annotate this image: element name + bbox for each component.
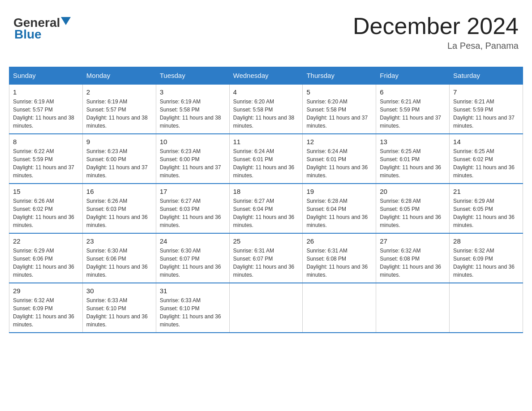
calendar-cell: 14 Sunrise: 6:25 AMSunset: 6:02 PMDaylig… <box>450 134 523 184</box>
day-number: 24 <box>160 237 226 245</box>
logo: General Blue <box>13 13 71 42</box>
day-number: 25 <box>233 237 299 245</box>
calendar-cell: 10 Sunrise: 6:23 AMSunset: 6:00 PMDaylig… <box>156 134 229 184</box>
month-title: December 2024 <box>353 13 519 39</box>
day-number: 16 <box>86 188 152 195</box>
day-number: 13 <box>380 138 446 146</box>
day-number: 19 <box>306 188 372 195</box>
day-number: 7 <box>453 88 519 96</box>
svg-marker-0 <box>61 17 71 25</box>
day-info: Sunrise: 6:21 AMSunset: 5:59 PMDaylight:… <box>380 98 441 129</box>
day-info: Sunrise: 6:25 AMSunset: 6:01 PMDaylight:… <box>380 148 441 179</box>
calendar-cell: 25 Sunrise: 6:31 AMSunset: 6:07 PMDaylig… <box>229 233 303 283</box>
week-row-1: 1 Sunrise: 6:19 AMSunset: 5:57 PMDayligh… <box>9 84 523 134</box>
calendar-cell: 3 Sunrise: 6:19 AMSunset: 5:58 PMDayligh… <box>156 84 229 134</box>
day-number: 11 <box>233 138 299 146</box>
day-number: 9 <box>86 138 152 146</box>
day-info: Sunrise: 6:26 AMSunset: 6:03 PMDaylight:… <box>86 198 148 228</box>
page-header: General Blue December 2024 La Pesa, Pana… <box>9 9 523 58</box>
calendar-cell: 23 Sunrise: 6:30 AMSunset: 6:06 PMDaylig… <box>82 233 156 283</box>
calendar-cell: 19 Sunrise: 6:28 AMSunset: 6:04 PMDaylig… <box>303 184 376 233</box>
col-friday: Friday <box>376 67 450 85</box>
calendar-cell: 26 Sunrise: 6:31 AMSunset: 6:08 PMDaylig… <box>303 233 376 283</box>
day-number: 27 <box>380 237 446 245</box>
calendar-cell: 4 Sunrise: 6:20 AMSunset: 5:58 PMDayligh… <box>229 84 303 134</box>
calendar-cell: 18 Sunrise: 6:27 AMSunset: 6:04 PMDaylig… <box>229 184 303 233</box>
day-number: 29 <box>13 287 79 295</box>
week-row-2: 8 Sunrise: 6:22 AMSunset: 5:59 PMDayligh… <box>9 134 523 184</box>
calendar-table: Sunday Monday Tuesday Wednesday Thursday… <box>9 67 523 333</box>
day-number: 3 <box>160 88 226 96</box>
calendar-cell: 9 Sunrise: 6:23 AMSunset: 6:00 PMDayligh… <box>82 134 156 184</box>
calendar-cell: 29 Sunrise: 6:32 AMSunset: 6:09 PMDaylig… <box>9 283 83 333</box>
col-sunday: Sunday <box>9 67 83 85</box>
day-info: Sunrise: 6:27 AMSunset: 6:03 PMDaylight:… <box>160 198 221 228</box>
day-info: Sunrise: 6:31 AMSunset: 6:08 PMDaylight:… <box>306 248 368 278</box>
day-info: Sunrise: 6:28 AMSunset: 6:05 PMDaylight:… <box>380 198 441 228</box>
day-info: Sunrise: 6:19 AMSunset: 5:57 PMDaylight:… <box>13 98 74 129</box>
col-monday: Monday <box>82 67 156 85</box>
day-number: 23 <box>86 237 152 245</box>
day-info: Sunrise: 6:23 AMSunset: 6:00 PMDaylight:… <box>86 148 148 179</box>
title-section: December 2024 La Pesa, Panama <box>353 13 519 51</box>
calendar-cell: 17 Sunrise: 6:27 AMSunset: 6:03 PMDaylig… <box>156 184 229 233</box>
day-info: Sunrise: 6:28 AMSunset: 6:04 PMDaylight:… <box>306 198 368 228</box>
day-info: Sunrise: 6:26 AMSunset: 6:02 PMDaylight:… <box>13 198 74 228</box>
day-number: 12 <box>306 138 372 146</box>
calendar-cell: 6 Sunrise: 6:21 AMSunset: 5:59 PMDayligh… <box>376 84 450 134</box>
calendar-cell: 31 Sunrise: 6:33 AMSunset: 6:10 PMDaylig… <box>156 283 229 333</box>
week-row-3: 15 Sunrise: 6:26 AMSunset: 6:02 PMDaylig… <box>9 184 523 233</box>
day-info: Sunrise: 6:33 AMSunset: 6:10 PMDaylight:… <box>86 297 148 328</box>
day-number: 4 <box>233 88 299 96</box>
day-info: Sunrise: 6:21 AMSunset: 5:59 PMDaylight:… <box>453 98 515 129</box>
day-number: 31 <box>160 287 226 295</box>
day-info: Sunrise: 6:32 AMSunset: 6:08 PMDaylight:… <box>380 248 441 278</box>
calendar-cell: 11 Sunrise: 6:24 AMSunset: 6:01 PMDaylig… <box>229 134 303 184</box>
day-number: 14 <box>453 138 519 146</box>
day-number: 28 <box>453 237 519 245</box>
calendar-cell: 27 Sunrise: 6:32 AMSunset: 6:08 PMDaylig… <box>376 233 450 283</box>
day-info: Sunrise: 6:32 AMSunset: 6:09 PMDaylight:… <box>13 297 74 328</box>
calendar-cell: 20 Sunrise: 6:28 AMSunset: 6:05 PMDaylig… <box>376 184 450 233</box>
calendar-cell: 2 Sunrise: 6:19 AMSunset: 5:57 PMDayligh… <box>82 84 156 134</box>
day-info: Sunrise: 6:24 AMSunset: 6:01 PMDaylight:… <box>306 148 368 179</box>
day-number: 20 <box>380 188 446 195</box>
day-info: Sunrise: 6:19 AMSunset: 5:58 PMDaylight:… <box>160 98 221 129</box>
col-saturday: Saturday <box>450 67 523 85</box>
calendar-cell: 21 Sunrise: 6:29 AMSunset: 6:05 PMDaylig… <box>450 184 523 233</box>
day-info: Sunrise: 6:20 AMSunset: 5:58 PMDaylight:… <box>233 98 295 129</box>
day-info: Sunrise: 6:33 AMSunset: 6:10 PMDaylight:… <box>160 297 221 328</box>
calendar-cell <box>376 283 450 333</box>
day-info: Sunrise: 6:19 AMSunset: 5:57 PMDaylight:… <box>86 98 148 129</box>
day-info: Sunrise: 6:29 AMSunset: 6:05 PMDaylight:… <box>453 198 515 228</box>
week-row-4: 22 Sunrise: 6:29 AMSunset: 6:06 PMDaylig… <box>9 233 523 283</box>
day-number: 22 <box>13 237 79 245</box>
week-row-5: 29 Sunrise: 6:32 AMSunset: 6:09 PMDaylig… <box>9 283 523 333</box>
calendar-cell: 5 Sunrise: 6:20 AMSunset: 5:58 PMDayligh… <box>303 84 376 134</box>
calendar-cell: 7 Sunrise: 6:21 AMSunset: 5:59 PMDayligh… <box>450 84 523 134</box>
day-number: 10 <box>160 138 226 146</box>
day-number: 21 <box>453 188 519 195</box>
calendar-cell: 24 Sunrise: 6:30 AMSunset: 6:07 PMDaylig… <box>156 233 229 283</box>
day-number: 2 <box>86 88 152 96</box>
calendar-cell: 1 Sunrise: 6:19 AMSunset: 5:57 PMDayligh… <box>9 84 83 134</box>
day-info: Sunrise: 6:27 AMSunset: 6:04 PMDaylight:… <box>233 198 295 228</box>
calendar-cell: 28 Sunrise: 6:32 AMSunset: 6:09 PMDaylig… <box>450 233 523 283</box>
day-info: Sunrise: 6:24 AMSunset: 6:01 PMDaylight:… <box>233 148 295 179</box>
location: La Pesa, Panama <box>353 41 519 51</box>
calendar-cell: 16 Sunrise: 6:26 AMSunset: 6:03 PMDaylig… <box>82 184 156 233</box>
day-info: Sunrise: 6:30 AMSunset: 6:07 PMDaylight:… <box>160 248 221 278</box>
calendar-cell: 15 Sunrise: 6:26 AMSunset: 6:02 PMDaylig… <box>9 184 83 233</box>
calendar-cell <box>450 283 523 333</box>
calendar-header-row: Sunday Monday Tuesday Wednesday Thursday… <box>9 67 523 85</box>
day-info: Sunrise: 6:32 AMSunset: 6:09 PMDaylight:… <box>453 248 515 278</box>
day-number: 18 <box>233 188 299 195</box>
calendar-cell: 22 Sunrise: 6:29 AMSunset: 6:06 PMDaylig… <box>9 233 83 283</box>
day-info: Sunrise: 6:29 AMSunset: 6:06 PMDaylight:… <box>13 248 74 278</box>
day-info: Sunrise: 6:22 AMSunset: 5:59 PMDaylight:… <box>13 148 74 179</box>
day-number: 1 <box>13 88 79 96</box>
col-tuesday: Tuesday <box>156 67 229 85</box>
calendar-cell: 13 Sunrise: 6:25 AMSunset: 6:01 PMDaylig… <box>376 134 450 184</box>
day-info: Sunrise: 6:20 AMSunset: 5:58 PMDaylight:… <box>306 98 368 129</box>
col-thursday: Thursday <box>303 67 376 85</box>
